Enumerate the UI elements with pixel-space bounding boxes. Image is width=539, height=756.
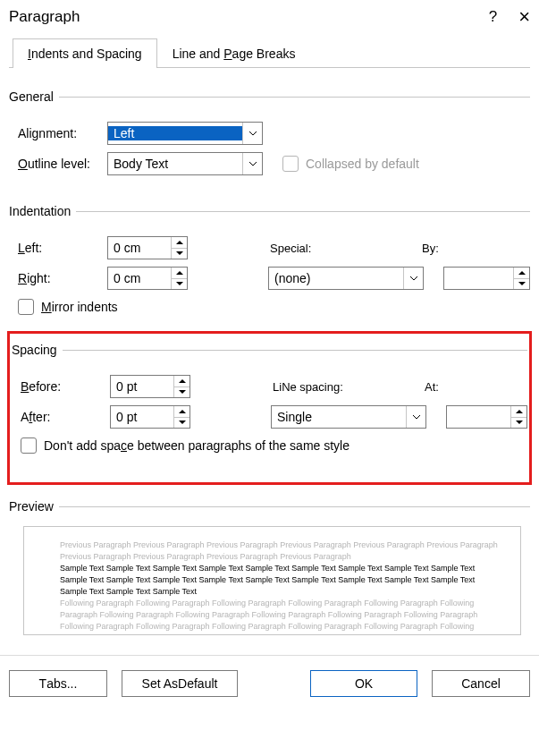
legend-indentation: Indentation: [9, 204, 76, 218]
caret-up-icon[interactable]: [172, 268, 187, 279]
preview-following-text: Following Paragraph Following Paragraph …: [60, 598, 502, 635]
help-button[interactable]: ?: [489, 8, 497, 26]
label-outline-level: Outline level:: [9, 157, 107, 171]
caret-down-icon[interactable]: [514, 279, 529, 290]
at-spinner[interactable]: [446, 405, 527, 429]
group-general: General Alignment: Left Outline level: B…: [9, 89, 530, 188]
before-spinner[interactable]: 0 pt: [110, 375, 190, 398]
label-by: By:: [420, 242, 439, 255]
caret-down-icon[interactable]: [174, 418, 189, 429]
caret-up-icon[interactable]: [511, 406, 526, 418]
by-spinner[interactable]: [443, 267, 530, 290]
caret-up-icon[interactable]: [174, 376, 189, 387]
caret-up-icon[interactable]: [514, 268, 529, 279]
label-indent-left: Left:: [9, 241, 107, 255]
tab-strip: Indents and Spacing Line and Page Breaks: [9, 38, 530, 68]
alignment-combo[interactable]: Left: [107, 122, 263, 145]
caret-down-icon[interactable]: [511, 418, 526, 429]
caret-up-icon[interactable]: [174, 406, 189, 418]
label-before: Before:: [12, 379, 110, 394]
chevron-down-icon: [406, 406, 425, 428]
indent-right-spinner[interactable]: 0 cm: [107, 267, 188, 290]
group-indentation: Indentation Left: 0 cm Special: By: Righ…: [9, 204, 530, 322]
svg-marker-1: [176, 251, 183, 255]
caret-up-icon[interactable]: [172, 237, 187, 249]
svg-marker-6: [179, 379, 186, 383]
after-spinner[interactable]: 0 pt: [110, 405, 190, 429]
label-special: Special:: [268, 242, 420, 255]
svg-marker-3: [176, 282, 183, 285]
line-spacing-combo[interactable]: Single: [271, 405, 426, 429]
svg-marker-2: [176, 271, 183, 275]
label-alignment: Alignment:: [9, 126, 107, 140]
no-space-same-style-checkbox[interactable]: [21, 437, 37, 454]
tabs-button[interactable]: Tabs...: [9, 670, 107, 697]
caret-down-icon[interactable]: [172, 279, 187, 290]
cancel-button[interactable]: Cancel: [432, 670, 530, 697]
svg-marker-0: [176, 241, 183, 244]
group-preview: Preview Previous Paragraph Previous Para…: [9, 499, 530, 642]
special-combo[interactable]: (none): [268, 267, 424, 290]
preview-sample-text: Sample Text Sample Text Sample Text Samp…: [60, 563, 502, 598]
dialog-title: Paragraph: [9, 8, 489, 26]
svg-marker-5: [518, 282, 526, 285]
chevron-down-icon: [403, 268, 423, 289]
outline-level-combo[interactable]: Body Text: [107, 152, 263, 175]
dialog-footer: Tabs... Set As Default OK Cancel: [0, 655, 539, 697]
caret-down-icon[interactable]: [174, 387, 189, 398]
label-collapsed: Collapsed by default: [306, 157, 419, 171]
indent-left-spinner[interactable]: 0 cm: [107, 236, 188, 259]
preview-box: Previous Paragraph Previous Paragraph Pr…: [23, 526, 521, 635]
ok-button[interactable]: OK: [310, 670, 417, 697]
chevron-down-icon: [242, 153, 262, 174]
titlebar: Paragraph ? ×: [0, 0, 539, 38]
collapsed-checkbox: [282, 156, 299, 172]
label-indent-right: Right:: [9, 271, 107, 285]
caret-down-icon[interactable]: [172, 249, 187, 259]
svg-marker-11: [516, 420, 523, 424]
spacing-highlight-box: Spacing Before: 0 pt LiNe spacing: At: A…: [7, 331, 532, 485]
svg-marker-4: [518, 271, 526, 275]
chevron-down-icon: [242, 123, 262, 144]
svg-marker-8: [179, 410, 186, 413]
legend-spacing: Spacing: [12, 343, 63, 357]
legend-general: General: [9, 89, 59, 104]
svg-marker-10: [516, 410, 523, 413]
label-after: After:: [12, 410, 110, 424]
label-no-space-same-style: Don't add space between paragraphs of th…: [44, 438, 350, 453]
group-spacing: Spacing Before: 0 pt LiNe spacing: At: A…: [12, 343, 527, 461]
close-button[interactable]: ×: [518, 5, 530, 29]
label-at: At:: [423, 380, 439, 394]
tab-line-page-breaks[interactable]: Line and Page Breaks: [157, 38, 311, 68]
tab-indents-spacing[interactable]: Indents and Spacing: [13, 38, 157, 68]
label-mirror-indents: Mirror indents: [41, 300, 118, 314]
svg-marker-9: [179, 420, 186, 424]
set-default-button[interactable]: Set As Default: [122, 670, 238, 697]
legend-preview: Preview: [9, 499, 59, 514]
preview-previous-text: Previous Paragraph Previous Paragraph Pr…: [60, 539, 502, 563]
mirror-indents-checkbox[interactable]: [18, 299, 34, 315]
label-line-spacing: LiNe spacing:: [271, 380, 423, 394]
svg-marker-7: [179, 390, 186, 394]
